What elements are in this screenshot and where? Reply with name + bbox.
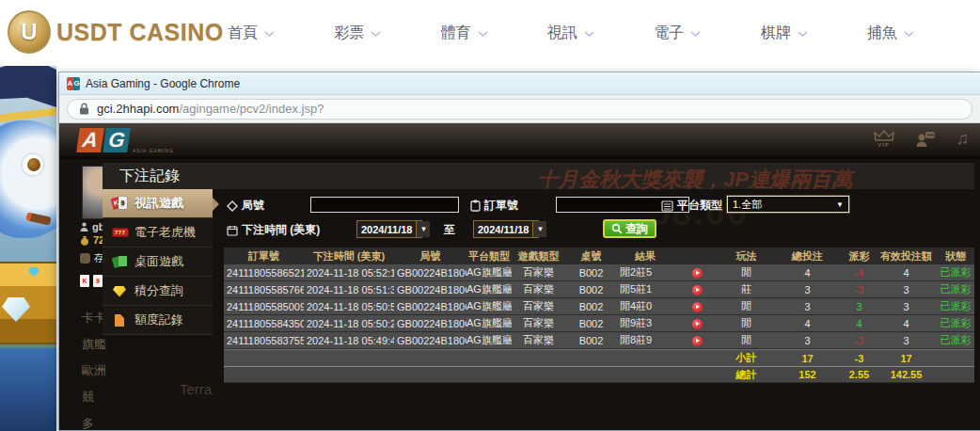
address-input[interactable]: gci.2hhapi.com/agingame/pcv2/index.jsp? — [67, 99, 972, 120]
cell-result: 閒8莊9 — [617, 333, 673, 347]
nav-item-2[interactable]: 彩票 — [334, 24, 381, 43]
sidebar-item-label: 視訊遊戲 — [134, 195, 183, 212]
bet-time-label: 下注時間 (美東) — [227, 222, 320, 238]
cell-round-number: GB00224B180C6 — [394, 301, 466, 312]
cell-payout: -4 — [843, 267, 876, 279]
search-icon — [611, 223, 623, 234]
video-play-icon[interactable] — [692, 302, 703, 312]
col-header-13: 狀態 — [937, 249, 974, 263]
cell-table-number: B002 — [565, 267, 617, 279]
cell-status: 已派彩 — [937, 282, 974, 296]
nav-item-6[interactable]: 棋牌 — [761, 24, 808, 43]
cell-total-bet: 4 — [772, 318, 843, 329]
table-row-5: 2411180558375592024-11-18 05:49:49GB0022… — [224, 332, 974, 349]
window-titlebar[interactable]: AG Asia Gaming - Google Chrome — [59, 72, 980, 95]
ag-topbar-icons: VIP ♫ — [874, 129, 970, 149]
date-dropdown-icon: ▼ — [416, 221, 430, 237]
dealer-name: Terra — [180, 381, 212, 397]
sidebar-item-4[interactable]: 積分查詢 — [103, 277, 213, 306]
chevron-down-icon — [264, 24, 275, 41]
cell-table-number: B002 — [565, 301, 617, 312]
col-header-5: 遊戲類型 — [512, 249, 565, 263]
round-number-input[interactable] — [310, 197, 459, 213]
col-header-6: 桌號 — [565, 249, 617, 263]
date-from-select[interactable]: 2024/11/18▼ — [356, 220, 422, 238]
cell-game-type: 百家樂 — [512, 299, 565, 313]
video-play-icon[interactable] — [692, 268, 703, 279]
sidebar-item-3[interactable]: 桌面遊戲 — [103, 247, 213, 277]
cell-order-number: 241118055865219 — [224, 267, 304, 279]
crown-icon — [874, 130, 894, 142]
nav-item-5[interactable]: 電子 — [654, 24, 701, 43]
cell-table-number: B002 — [565, 284, 617, 295]
nav-item-3[interactable]: 體育 — [441, 24, 488, 43]
bet-records-table: 訂單號下注時間 (美東)局號平台類型遊戲類型桌號結果玩法總投注派彩有效投注額狀態… — [224, 247, 974, 383]
cell-valid-bet: 3 — [876, 335, 937, 346]
chrome-popup-window: AG Asia Gaming - Google Chrome gci.2hhap… — [58, 72, 980, 431]
lobby-menu-item-4: 競 — [82, 389, 94, 406]
cell-bet-time: 2024-11-18 05:49:49 — [304, 335, 394, 346]
chevron-down-icon — [584, 24, 594, 41]
clipboard-icon — [470, 200, 481, 212]
table-row-1: 2411180558652192024-11-18 05:52:15GB0022… — [224, 264, 974, 281]
table-row-2: 2411180558576622024-11-18 05:51:34GB0022… — [224, 281, 974, 298]
url-text: gci.2hhapi.com/agingame/pcv2/index.jsp? — [97, 102, 324, 116]
cell-bet-time: 2024-11-18 05:51:34 — [304, 284, 394, 295]
cell-platform: AG旗艦廳 — [466, 299, 512, 313]
sidebar-menu: 視訊遊戲電子老虎機桌面遊戲積分查詢額度記錄 — [103, 189, 213, 335]
cell-total-label: 總計 — [720, 368, 772, 382]
ag-logo[interactable]: A G — [78, 128, 129, 152]
cell-total-bet: 3 — [772, 335, 843, 346]
cell-payout: -3 — [843, 284, 876, 295]
sidebar-item-2[interactable]: 電子老虎機 — [103, 218, 213, 247]
subtotal-row: 小計17-317 — [224, 349, 974, 366]
lobby-menu-item-3: 歐洲 — [82, 362, 106, 379]
cell-result: 閒2莊5 — [617, 265, 673, 279]
nav-item-label: 視訊 — [547, 24, 577, 43]
lobby-menu-item-5: 多 — [82, 415, 94, 430]
calendar-icon — [227, 225, 238, 236]
site-logo[interactable]: U USDT CASINO — [8, 10, 224, 54]
date-to-select[interactable]: 2024/11/18▼ — [473, 220, 539, 238]
customer-service-icon[interactable] — [915, 131, 936, 148]
sidebar-item-label: 電子老虎機 — [134, 224, 196, 241]
nav-item-4[interactable]: 視訊 — [547, 24, 594, 43]
cell-total-bet: 3 — [772, 284, 843, 295]
lock-icon — [79, 103, 89, 115]
sidebar-item-5[interactable]: 額度記錄 — [103, 306, 213, 335]
to-label: 至 — [444, 222, 455, 238]
video-play-icon[interactable] — [692, 336, 703, 346]
sidebar-item-1[interactable]: 視訊遊戲 — [103, 189, 213, 218]
cloth-art — [0, 348, 56, 431]
cell-result: 閒5莊1 — [617, 282, 673, 296]
cell-video — [673, 334, 720, 346]
cell-total-label: 小計 — [720, 351, 772, 365]
cell-video — [673, 300, 720, 312]
nav-item-1[interactable]: 首頁 — [228, 24, 275, 43]
cell-game-type: 百家樂 — [512, 316, 565, 330]
filters-bar: 局號 訂單號 平台類型 1.全部 ▼ — [224, 193, 973, 244]
document-icon — [112, 313, 128, 327]
ag-logo-g: G — [103, 128, 131, 152]
vip-button[interactable]: VIP — [874, 130, 894, 148]
user-icon — [80, 222, 88, 231]
search-button[interactable]: 查詢 — [603, 219, 656, 238]
cell-bet-time: 2024-11-18 05:52:15 — [304, 267, 394, 279]
round-number-label: 局號 — [227, 198, 264, 214]
screen: U USDT CASINO 首頁彩票體育視訊電子棋牌捕魚 AG Asia Gam… — [0, 0, 980, 431]
ag-topbar: A G ASIA GAMING VIP ♫ — [59, 123, 980, 159]
url-domain: gci.2hhapi.com — [97, 102, 179, 116]
video-play-icon[interactable] — [692, 319, 703, 329]
cell-video — [673, 283, 720, 295]
cell-bet-time: 2024-11-18 05:50:57 — [304, 301, 394, 312]
sidebar-item-label: 桌面遊戲 — [134, 253, 183, 270]
cell-round-number: GB00224B180C8 — [394, 267, 466, 279]
music-icon[interactable]: ♫ — [956, 129, 970, 149]
sidebar-item-label: 積分查詢 — [134, 282, 183, 299]
video-play-icon[interactable] — [692, 285, 703, 295]
cell-valid-bet: 4 — [876, 267, 937, 279]
col-header-3: 局號 — [394, 249, 466, 263]
nav-item-7[interactable]: 捕魚 — [867, 24, 914, 43]
platform-type-select[interactable]: 1.全部 ▼ — [727, 196, 849, 213]
platform-type-label: 平台類型 — [661, 198, 722, 214]
